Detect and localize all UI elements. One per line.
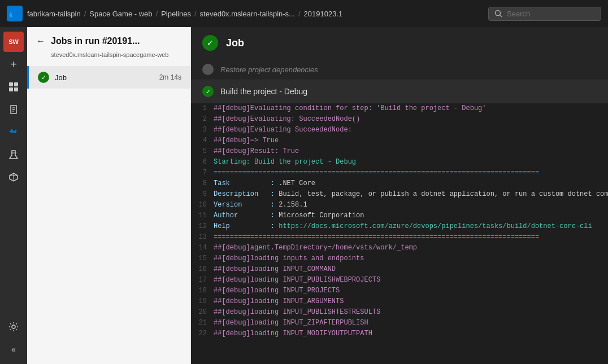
line-content: ##[debug]=> True — [214, 135, 279, 146]
svg-rect-3 — [14, 82, 18, 86]
line-content: ##[debug]loading INPUT_MODIFYOUTPUTPATH — [214, 328, 372, 339]
step-title: Build the project - Debug — [220, 87, 307, 96]
line-content: Author : Microsoft Corporation — [214, 210, 364, 221]
line-content: Starting: Build the project - Debug — [214, 157, 356, 168]
log-line: 1##[debug]Evaluating condition for step:… — [191, 103, 608, 114]
activity-bar: SW + — [0, 27, 27, 364]
line-number: 13 — [196, 232, 214, 243]
line-content: ##[debug]loading INPUT_PUBLISHTESTRESULT… — [214, 307, 380, 318]
log-line: 6Starting: Build the project - Debug — [191, 157, 608, 168]
breadcrumb-pipeline[interactable]: steved0x.mslearn-tailspin-s... — [200, 10, 295, 18]
log-line: 7=======================================… — [191, 168, 608, 178]
line-content: ##[debug]Result: True — [214, 146, 299, 157]
line-content: Task : .NET Core — [214, 178, 315, 189]
log-line: 18##[debug]loading INPUT_PROJECTS — [191, 286, 608, 296]
svg-line-1 — [500, 15, 502, 17]
svg-rect-4 — [9, 87, 13, 91]
line-number: 16 — [196, 264, 214, 275]
svg-rect-5 — [14, 87, 18, 91]
activity-new[interactable]: + — [3, 54, 24, 74]
line-content: ========================================… — [214, 168, 539, 178]
log-line: 2##[debug]Evaluating: SucceededNode() — [191, 114, 608, 125]
line-number: 7 — [196, 168, 214, 178]
line-number: 4 — [196, 135, 214, 146]
line-number: 20 — [196, 307, 214, 318]
log-area[interactable]: 1##[debug]Evaluating condition for step:… — [191, 103, 608, 364]
line-content: Description : Build, test, package, or p… — [214, 189, 608, 200]
line-number: 3 — [196, 125, 214, 135]
activity-pipelines[interactable] — [3, 122, 24, 142]
line-number: 6 — [196, 157, 214, 168]
sidebar-job-item[interactable]: ✓ Job 2m 14s — [27, 66, 190, 89]
line-number: 9 — [196, 189, 214, 200]
line-number: 11 — [196, 210, 214, 221]
job-header: ✓ Job — [191, 27, 608, 59]
line-number: 17 — [196, 275, 214, 286]
line-content: ##[debug]Evaluating condition for step: … — [214, 103, 486, 114]
log-line: 16##[debug]loading INPUT_COMMAND — [191, 264, 608, 275]
log-line: 3##[debug]Evaluating SucceededNode: — [191, 125, 608, 135]
log-line: 15##[debug]loading inputs and endpoints — [191, 253, 608, 264]
line-number: 1 — [196, 103, 214, 114]
sidebar-header: ← Jobs in run #20191... — [27, 27, 190, 51]
activity-test[interactable] — [3, 144, 24, 165]
log-line: 5##[debug]Result: True — [191, 146, 608, 157]
line-content: ##[debug]loading INPUT_ZIPAFTERPUBLISH — [214, 318, 368, 328]
sidebar-job-list: ✓ Job 2m 14s — [27, 66, 190, 364]
log-line: 13======================================… — [191, 232, 608, 243]
log-line: 21##[debug]loading INPUT_ZIPAFTERPUBLISH — [191, 318, 608, 328]
svg-point-10 — [14, 131, 16, 133]
log-line: 20##[debug]loading INPUT_PUBLISHTESTRESU… — [191, 307, 608, 318]
log-line: 11Author : Microsoft Corporation — [191, 210, 608, 221]
line-content: ##[debug]loading INPUT_PUBLISHWEBPROJECT… — [214, 275, 380, 286]
content-area: ✓ Job Restore project dependencies ✓ Bui… — [191, 27, 608, 364]
search-input[interactable] — [507, 10, 595, 18]
sep4: / — [298, 10, 301, 18]
job-header-title: Job — [226, 37, 244, 49]
breadcrumb-pipelines[interactable]: Pipelines — [161, 10, 191, 18]
svg-point-9 — [11, 131, 13, 133]
activity-repos[interactable] — [3, 99, 24, 120]
step-success-icon: ✓ — [202, 86, 214, 97]
activity-boards[interactable] — [3, 77, 24, 97]
partial-step-title: Restore project dependencies — [220, 65, 318, 74]
breadcrumb-run[interactable]: 20191023.1 — [304, 10, 343, 18]
line-content: ##[debug]Evaluating: SucceededNode() — [214, 114, 360, 125]
breadcrumb-project[interactable]: Space Game - web — [89, 10, 152, 18]
line-content: ##[debug]loading INPUT_COMMAND — [214, 264, 336, 275]
line-number: 12 — [196, 221, 214, 232]
activity-artifacts[interactable] — [3, 167, 24, 187]
line-number: 5 — [196, 146, 214, 157]
line-number: 22 — [196, 328, 214, 339]
log-line: 14##[debug]agent.TempDirectory=/home/vst… — [191, 243, 608, 253]
line-number: 21 — [196, 318, 214, 328]
sep2: / — [156, 10, 158, 18]
step-header[interactable]: ✓ Build the project - Debug — [191, 80, 608, 103]
job-label: Job — [55, 73, 154, 82]
line-content: ========================================… — [214, 232, 539, 243]
search-box[interactable] — [488, 7, 601, 21]
line-number: 10 — [196, 200, 214, 210]
line-content: Help : https://docs.microsoft.com/azure/… — [214, 221, 592, 232]
job-header-success-icon: ✓ — [202, 35, 218, 51]
svg-point-12 — [12, 325, 15, 328]
partial-step-icon — [202, 64, 214, 75]
line-number: 2 — [196, 114, 214, 125]
sidebar: ← Jobs in run #20191... steved0x.mslearn… — [27, 27, 191, 364]
search-icon — [494, 10, 502, 17]
breadcrumb-org[interactable]: fabrikam-tailspin — [27, 10, 81, 18]
user-avatar[interactable]: SW — [3, 32, 24, 52]
line-content: ##[debug]agent.TempDirectory=/home/vsts/… — [214, 243, 417, 253]
svg-point-0 — [496, 11, 501, 16]
back-button[interactable]: ← — [36, 36, 45, 46]
line-number: 19 — [196, 296, 214, 307]
log-line: 17##[debug]loading INPUT_PUBLISHWEBPROJE… — [191, 275, 608, 286]
sidebar-title: Jobs in run #20191... — [51, 36, 140, 46]
job-duration: 2m 14s — [159, 73, 181, 81]
azure-devops-logo — [7, 6, 23, 21]
partial-step-header[interactable]: Restore project dependencies — [191, 59, 608, 80]
activity-settings[interactable] — [3, 317, 24, 337]
sidebar-subtitle: steved0x.mslearn-tailspin-spacegame-web — [27, 51, 190, 66]
activity-collapse[interactable]: « — [3, 339, 24, 359]
line-content: ##[debug]loading INPUT_PROJECTS — [214, 286, 340, 296]
